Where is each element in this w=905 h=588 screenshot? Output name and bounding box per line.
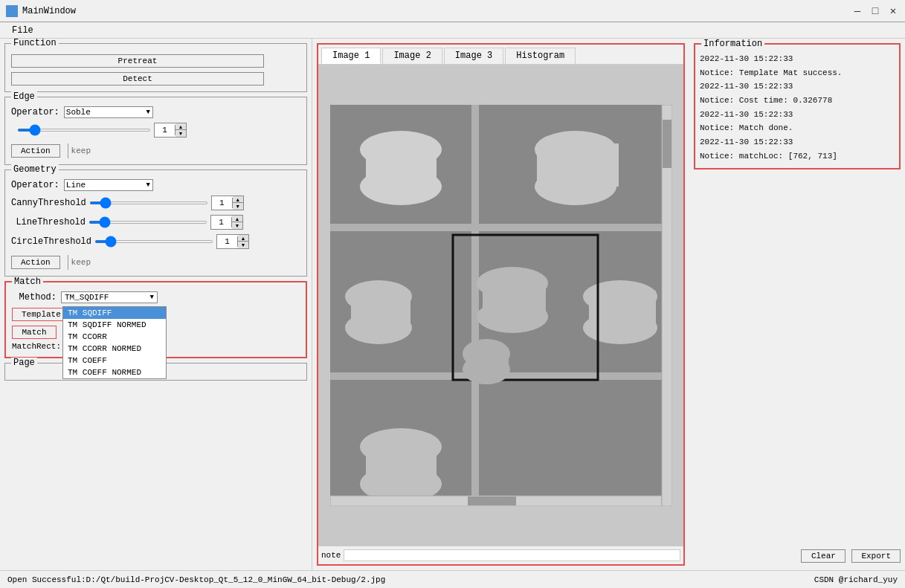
canny-spin-up[interactable]: ▲ (233, 196, 243, 203)
main-content: Function Pretreat Detect Edge Operator: … (0, 39, 905, 570)
circle-spinbox: 1 ▲ ▼ (216, 234, 249, 249)
dropdown-option-4[interactable]: TM COEFF (63, 355, 166, 366)
template-button[interactable]: Template (12, 308, 71, 321)
edge-spin-value: 1 (155, 125, 175, 135)
menu-bar: File (0, 22, 905, 39)
svg-rect-39 (663, 120, 671, 168)
canny-spinbox: 1 ▲ ▼ (211, 196, 244, 210)
right-spacer (694, 174, 901, 545)
match-method-label: Method: (12, 292, 57, 303)
edge-operator-select-wrapper[interactable]: Soble Canny Laplacian (64, 106, 153, 118)
info-box: Information 2022-11-30 15:22:33 Notice: … (694, 43, 901, 169)
edge-group-title: Edge (11, 91, 37, 102)
note-input[interactable] (344, 549, 680, 561)
title-bar: MainWindow — □ ✕ (0, 0, 905, 22)
dropdown-option-5[interactable]: TM COEFF NORMED (63, 366, 166, 378)
minimize-button[interactable]: — (851, 5, 863, 17)
tab-histogram[interactable]: Histogram (505, 48, 576, 64)
dropdown-option-3[interactable]: TM CCORR NORMED (63, 343, 166, 355)
app-icon (6, 5, 18, 17)
status-path: Open Successful:D:/Qt/build-ProjCV-Deskt… (7, 575, 385, 584)
note-bar: note (318, 546, 683, 564)
title-bar-controls: — □ ✕ (851, 5, 899, 17)
dropdown-option-1[interactable]: TM SQDIFF NORMED (63, 319, 166, 331)
line-slider-row: LineThreshold 1 ▲ ▼ (11, 215, 300, 230)
dropdown-option-2[interactable]: TM CCORR (63, 331, 166, 343)
tab-image3[interactable]: Image 3 (444, 48, 503, 64)
edge-slider[interactable] (17, 129, 151, 132)
edge-separator: keep (68, 143, 91, 158)
edge-keep-label: keep (71, 146, 91, 155)
match-method-select[interactable]: TM_SQDIFF ▼ (61, 291, 158, 303)
match-method-value: TM_SQDIFF (65, 293, 147, 302)
edge-operator-select[interactable]: Soble Canny Laplacian (64, 106, 153, 118)
svg-rect-14 (537, 152, 619, 187)
edge-spin-down[interactable]: ▼ (175, 130, 186, 137)
geometry-operator-select-wrapper[interactable]: Line Circle Contour (64, 179, 153, 191)
geometry-sep-line (68, 255, 68, 270)
image-area (318, 65, 683, 546)
geometry-group: Geometry Operator: Line Circle Contour C… (4, 169, 307, 277)
geometry-group-title: Geometry (11, 164, 59, 175)
svg-rect-10 (366, 152, 437, 187)
tab-image2[interactable]: Image 2 (382, 48, 442, 64)
circle-spin-up[interactable]: ▲ (238, 235, 248, 242)
circle-slider-row: CircleThreshold 1 ▲ ▼ (11, 234, 300, 249)
edge-spinbox: 1 ▲ ▼ (154, 123, 187, 138)
canny-spin-down[interactable]: ▼ (233, 203, 243, 210)
right-bottom-buttons: Clear Export (694, 549, 901, 566)
pretreat-button[interactable]: Pretreat (11, 54, 264, 68)
svg-rect-37 (468, 497, 516, 505)
canny-label: CannyThreshold (11, 198, 86, 208)
edge-spin-up[interactable]: ▲ (175, 123, 186, 130)
geometry-operator-select[interactable]: Line Circle Contour (64, 179, 153, 191)
status-bar: Open Successful:D:/Qt/build-ProjCV-Deskt… (0, 570, 905, 588)
status-credit: CSDN @richard_yuy (814, 575, 898, 584)
match-group: Match Method: TM_SQDIFF ▼ TM SQDIFF TM S… (4, 281, 307, 358)
menu-file[interactable]: File (6, 25, 39, 36)
svg-rect-31 (468, 350, 509, 374)
edge-spin-buttons: ▲ ▼ (175, 123, 186, 137)
edge-slider-row: 1 ▲ ▼ (11, 123, 300, 138)
circle-slider[interactable] (94, 240, 213, 243)
line-spin-down[interactable]: ▼ (232, 222, 242, 229)
export-button[interactable]: Export (851, 549, 901, 563)
geometry-action-button[interactable]: Action (11, 256, 60, 269)
match-button[interactable]: Match (12, 326, 57, 339)
tab-image1[interactable]: Image 1 (321, 48, 381, 64)
circle-spin-buttons: ▲ ▼ (238, 235, 248, 248)
circle-spin-down[interactable]: ▼ (238, 242, 248, 248)
edge-operator-label: Operator: (11, 107, 59, 117)
svg-rect-27 (483, 279, 546, 320)
geometry-separator: keep (68, 255, 91, 270)
note-label: note (321, 551, 341, 560)
geometry-keep-label: keep (71, 258, 91, 267)
detect-button[interactable]: Detect (11, 72, 264, 85)
center-panel: Image 1 Image 2 Image 3 Histogram (317, 43, 685, 566)
match-method-row: Method: TM_SQDIFF ▼ TM SQDIFF TM SQDIFF … (12, 291, 300, 303)
edge-action-row: Action keep (11, 143, 300, 158)
canny-spin-buttons: ▲ ▼ (233, 196, 243, 210)
svg-rect-18 (351, 292, 410, 331)
edge-sep-line (68, 143, 68, 158)
match-method-dropdown[interactable]: TM SQDIFF TM SQDIFF NORMED TM CCORR TM C… (62, 306, 167, 379)
maximize-button[interactable]: □ (869, 5, 881, 17)
line-slider[interactable] (88, 221, 207, 224)
window-title: MainWindow (22, 6, 76, 16)
svg-rect-35 (366, 442, 437, 484)
dropdown-option-0[interactable]: TM SQDIFF (63, 307, 166, 319)
circle-spin-value: 1 (217, 236, 238, 247)
edge-group: Edge Operator: Soble Canny Laplacian 1 ▲ (4, 97, 307, 165)
canny-slider[interactable] (89, 201, 208, 204)
tab-bar: Image 1 Image 2 Image 3 Histogram (318, 45, 683, 65)
image-canvas (330, 105, 672, 506)
geometry-operator-row: Operator: Line Circle Contour (11, 179, 300, 191)
match-group-title: Match (12, 277, 43, 287)
edge-operator-row: Operator: Soble Canny Laplacian (11, 106, 300, 118)
clear-button[interactable]: Clear (801, 549, 846, 563)
line-spin-up[interactable]: ▲ (232, 216, 242, 222)
edge-action-button[interactable]: Action (11, 144, 60, 158)
page-group-title: Page (11, 358, 37, 368)
info-text: 2022-11-30 15:22:33 Notice: Template Mat… (700, 52, 895, 164)
close-button[interactable]: ✕ (887, 5, 899, 17)
